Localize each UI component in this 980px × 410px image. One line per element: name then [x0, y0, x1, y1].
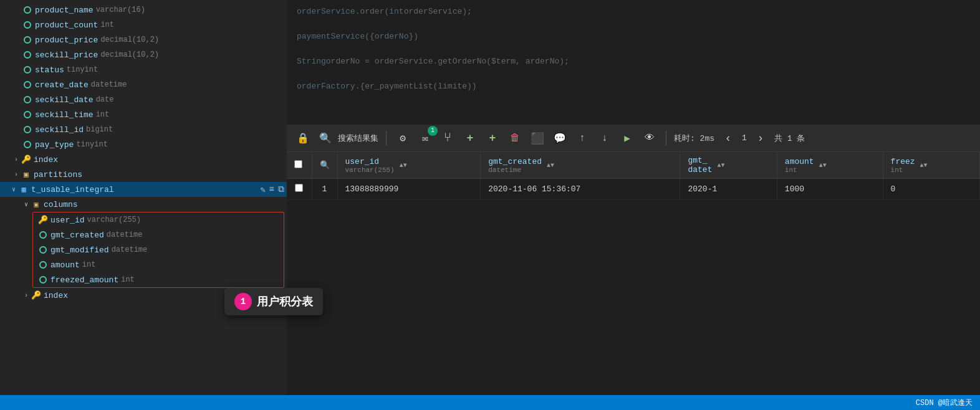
- delete-icon[interactable]: 🗑: [506, 130, 524, 147]
- table-row[interactable]: 1 13088889999 2020-11-06 15:36:07 2020-1…: [287, 179, 980, 200]
- cell-freez: 0: [883, 179, 979, 200]
- sidebar-item-seckill_date[interactable]: seckill_date date: [0, 92, 287, 107]
- sidebar-col-freezed_amount[interactable]: freezed_amount int: [33, 272, 284, 287]
- sidebar-item-product_price[interactable]: product_price decimal(10,2): [0, 32, 287, 47]
- sort-icon[interactable]: ▲▼: [819, 162, 827, 169]
- th-gmt_datet-name: gmt_datet: [688, 156, 712, 174]
- cylinder-icon: [22, 35, 32, 45]
- sidebar-item-product_count[interactable]: product_count int: [0, 17, 287, 32]
- code-line-6: [297, 67, 970, 80]
- col-type: int: [82, 260, 96, 269]
- sidebar-item-t_usable_integral[interactable]: ∨ ▦ t_usable_integral ✎ ≡ ⧉: [0, 182, 287, 197]
- sidebar-item-seckill_id[interactable]: seckill_id bigint: [0, 122, 287, 137]
- down-arrow-icon[interactable]: ↓: [596, 130, 613, 147]
- th-amount[interactable]: amount int ▲▼: [777, 152, 883, 179]
- settings-icon[interactable]: ⚙: [394, 130, 411, 147]
- main-layout: product_name varchar(16) product_count i…: [0, 0, 980, 395]
- col-name: pay_type: [35, 140, 74, 150]
- sidebar-item-create_date[interactable]: create_date datetime: [0, 77, 287, 92]
- edit-icon[interactable]: ✎: [260, 184, 265, 195]
- sidebar-item-status[interactable]: status tinyint: [0, 62, 287, 77]
- key-icon: 🔑: [21, 155, 31, 164]
- sidebar-item-product_name[interactable]: product_name varchar(16): [0, 2, 287, 17]
- sidebar-item-seckill_price[interactable]: seckill_price decimal(10,2): [0, 47, 287, 62]
- th-freez-name: freez: [891, 157, 915, 166]
- sidebar-col-gmt_modified[interactable]: gmt_modified datetime: [33, 242, 284, 257]
- cylinder-col-icon: [38, 275, 48, 285]
- sidebar-col-user_id[interactable]: 🔑 user_id varchar(255): [33, 212, 284, 227]
- col-name: seckill_time: [35, 110, 94, 120]
- cylinder-icon: [22, 80, 32, 90]
- list-icon[interactable]: ≡: [269, 184, 274, 194]
- sidebar-columns-header[interactable]: ∨ ▣ columns: [0, 197, 287, 212]
- col-name: product_name: [35, 6, 94, 15]
- col-type: decimal(10,2): [100, 36, 159, 44]
- separator-2: [666, 131, 666, 146]
- lock-icon[interactable]: 🔒: [294, 130, 312, 147]
- sort-icon[interactable]: ▲▼: [920, 162, 928, 169]
- run-icon[interactable]: ▶: [618, 130, 636, 147]
- sidebar-col-amount[interactable]: amount int: [33, 257, 284, 272]
- th-gmt_datet[interactable]: gmt_datet ▲▼: [680, 152, 777, 179]
- chevron-right-icon: ›: [12, 171, 20, 178]
- cylinder-icon: [22, 50, 32, 60]
- up-arrow-icon[interactable]: ↑: [574, 130, 591, 147]
- col-name: create_date: [35, 80, 89, 90]
- search-section: 🔍 搜索结果集: [317, 130, 378, 147]
- toolbar: 🔒 🔍 搜索结果集 ⚙ ✉ 1 ⑂ + + 🗑 ⬛ 💬 ↑ ↓ ▶ 👁 耗时: [287, 125, 980, 152]
- cylinder-icon: [22, 125, 32, 135]
- add-icon[interactable]: +: [461, 130, 479, 147]
- sidebar-item-pay_type[interactable]: pay_type tinyint: [0, 137, 287, 152]
- col-name: seckill_id: [35, 125, 84, 135]
- th-user_id-type: varchar(255): [345, 166, 395, 174]
- col-name: product_count: [35, 21, 98, 30]
- sidebar-item-seckill_time[interactable]: seckill_time int: [0, 107, 287, 122]
- sort-icon[interactable]: ▲▼: [547, 162, 554, 169]
- col-name: amount: [50, 260, 80, 270]
- row-checkbox[interactable]: [295, 184, 303, 192]
- git-icon[interactable]: ⑂: [439, 130, 456, 147]
- cylinder-icon: [22, 140, 32, 150]
- th-amount-name: amount: [785, 157, 814, 166]
- cell-gmt_datet: 2020-1: [680, 179, 777, 200]
- select-all-checkbox[interactable]: [294, 160, 302, 168]
- sidebar-item-partitions[interactable]: › ▣ partitions: [0, 167, 287, 182]
- row-checkbox-cell[interactable]: [287, 179, 312, 200]
- code-line-7: orderFactory.{er_paymentList(limite)): [297, 80, 970, 92]
- th-checkbox[interactable]: [287, 152, 312, 179]
- right-panel: orderService.order(int orderService); pa…: [287, 0, 980, 395]
- group-name: index: [44, 291, 68, 300]
- view-icon[interactable]: 👁: [641, 130, 658, 147]
- add2-icon[interactable]: +: [484, 130, 501, 147]
- col-type: int: [100, 21, 114, 29]
- col-type: date: [96, 95, 114, 104]
- th-freez[interactable]: freez int ▲▼: [883, 152, 979, 179]
- total-label: 共 1 条: [774, 133, 805, 144]
- th-user_id[interactable]: user_id varchar(255) ▲▼: [337, 152, 481, 179]
- sort-icon[interactable]: ▲▼: [717, 162, 724, 169]
- col-type: datetime: [107, 231, 143, 239]
- key-col-icon: 🔑: [38, 215, 48, 225]
- copy-icon[interactable]: ⧉: [278, 184, 284, 194]
- separator-1: [386, 131, 387, 146]
- th-search: 🔍: [312, 152, 337, 179]
- toggle-icon[interactable]: ⬛: [529, 130, 546, 147]
- key-bottom-icon: 🔑: [31, 290, 41, 300]
- tooltip-text: 用户积分表: [257, 294, 313, 309]
- th-user_id-name: user_id: [345, 157, 380, 166]
- tooltip-badge: 1: [234, 293, 252, 310]
- columns-label: columns: [44, 200, 78, 209]
- next-page-icon[interactable]: ›: [752, 130, 769, 147]
- col-name: seckill_price: [35, 50, 98, 60]
- search-icon[interactable]: 🔍: [317, 130, 334, 147]
- chat-icon[interactable]: 💬: [551, 130, 569, 147]
- sort-icon[interactable]: ▲▼: [400, 162, 407, 169]
- sidebar-col-gmt_created[interactable]: gmt_created datetime: [33, 227, 284, 242]
- cylinder-icon: [22, 95, 32, 105]
- sidebar-item-index[interactable]: › 🔑 index: [0, 152, 287, 167]
- table-header-row: 🔍 user_id varchar(255) ▲▼: [287, 152, 980, 179]
- prev-page-icon[interactable]: ‹: [719, 130, 737, 147]
- col-type: varchar(255): [87, 216, 141, 224]
- cylinder-icon: [22, 20, 32, 30]
- th-gmt_created[interactable]: gmt_created datetime ▲▼: [481, 152, 680, 179]
